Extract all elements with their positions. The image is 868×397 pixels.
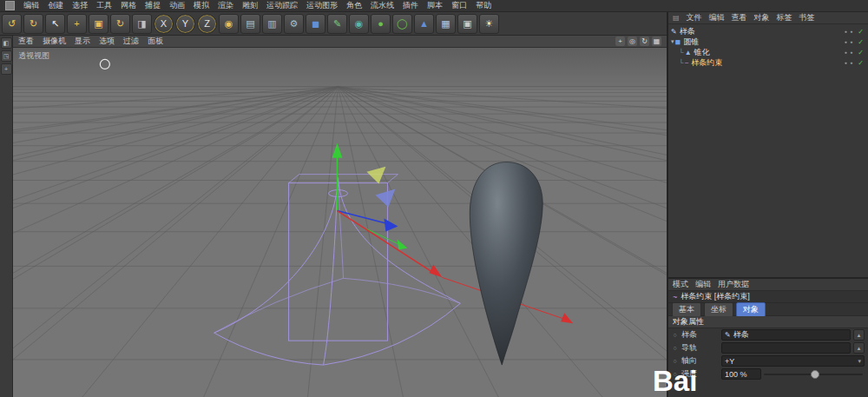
make-editable-icon[interactable]: ◧ [1,37,12,49]
viewport-menu-5[interactable]: 面板 [148,36,163,47]
menu-item-7[interactable]: 模拟 [194,0,209,11]
light-icon[interactable]: ☀ [479,14,499,34]
zoom-view-icon[interactable]: ◎ [628,36,637,46]
om-menu-4[interactable]: 标签 [777,12,792,23]
viewport-menu-2[interactable]: 显示 [75,36,90,47]
keyframe-dot-icon[interactable]: ○ [672,358,678,364]
menu-item-14[interactable]: 插件 [403,0,418,11]
tree-row-2[interactable]: └▲锥化● ●✓ [668,47,868,57]
enabled-check-icon[interactable]: ✓ [858,49,864,56]
link-field[interactable] [721,342,851,354]
scale-tool-icon[interactable]: ▣ [89,14,108,34]
viewport-canvas[interactable]: 透视视图 [13,48,667,397]
rotate-tool-icon[interactable]: ↻ [110,14,130,34]
menu-item-10[interactable]: 运动跟踪 [266,0,298,11]
strength-input[interactable]: 100 % [721,368,761,380]
menu-item-5[interactable]: 捕捉 [145,0,161,11]
viewport-corner-icons: +◎↻▦ [615,36,661,46]
undo-icon[interactable]: ↺ [2,14,22,34]
subdivision-surface-icon[interactable]: ◉ [349,14,369,34]
expander-icon[interactable]: ▾ [671,38,674,45]
menu-item-8[interactable]: 渲染 [218,0,233,11]
menu-item-9[interactable]: 雕刻 [242,0,258,11]
tree-row-1[interactable]: ▾◼圆锥● ●✓ [668,36,868,47]
enabled-check-icon[interactable]: ✓ [858,38,864,46]
object-name[interactable]: 样条约束 [691,57,722,69]
z-axis-lock[interactable]: Z [197,14,217,34]
deformer-icon[interactable]: ▲ [414,14,434,34]
render-settings-icon[interactable]: ⚙ [284,14,304,34]
om-menu-5[interactable]: 书签 [799,12,815,23]
enabled-check-icon[interactable]: ✓ [858,28,864,36]
om-menu-1[interactable]: 编辑 [709,12,725,23]
menu-item-6[interactable]: 动画 [169,0,185,11]
om-menu-0[interactable]: 文件 [687,12,702,23]
live-selection-icon[interactable]: ↖ [45,14,65,34]
am-menu-0[interactable]: 模式 [673,279,688,290]
menu-item-11[interactable]: 运动图形 [306,0,338,11]
om-menu-2[interactable]: 查看 [732,12,747,23]
strength-slider[interactable] [764,369,865,379]
pan-view-icon[interactable]: + [615,36,625,46]
visibility-dots-icon[interactable]: ● ● [845,60,853,65]
menu-item-0[interactable]: 编辑 [23,0,39,11]
mograph-icon[interactable]: ● [371,14,391,34]
viewport-menu-3[interactable]: 选项 [99,36,115,47]
object-manager[interactable]: ✎样条● ●✓▾◼圆锥● ●✓└▲锥化● ●✓└~样条约束● ●✓ [668,24,868,279]
menu-item-16[interactable]: 窗口 [451,0,467,11]
model-mode-icon[interactable]: ◳ [1,50,12,62]
menu-item-12[interactable]: 角色 [346,0,362,11]
tab-对象[interactable]: 对象 [736,302,766,317]
keyframe-dot-icon[interactable]: ○ [672,332,678,338]
axis-mode-icon[interactable]: + [1,63,12,75]
tree-row-0[interactable]: ✎样条● ●✓ [668,26,868,36]
redo-icon[interactable]: ↻ [23,14,43,34]
camera-icon[interactable]: ▣ [457,14,477,34]
floor-icon[interactable]: ▦ [436,14,456,34]
plane-handle-xy[interactable] [366,167,385,184]
tab-坐标[interactable]: 坐标 [704,302,733,317]
menu-item-2[interactable]: 选择 [72,0,88,11]
layout-toggle-icon[interactable]: ▦ [652,36,661,46]
keyframe-dot-icon[interactable]: ○ [672,345,678,351]
visibility-dots-icon[interactable]: ● ● [845,39,853,44]
render-picture-viewer-icon[interactable]: ▥ [262,14,282,34]
simulate-icon[interactable]: ◯ [392,14,412,34]
spline-pen-icon[interactable]: ✎ [327,14,347,34]
y-axis-arrow[interactable] [332,143,343,211]
axis-dropdown[interactable]: +Y▾ [721,355,865,367]
rotate-view-icon[interactable]: ↻ [640,36,649,46]
viewport-menu-0[interactable]: 查看 [18,36,34,47]
move-tool-icon[interactable]: + [67,14,87,34]
menu-item-15[interactable]: 脚本 [427,0,443,11]
horn-mesh-object[interactable] [470,162,542,366]
slider-knob[interactable] [811,370,819,379]
viewport-perspective: 查看摄像机显示选项过滤面板+◎↻▦ [13,36,667,397]
render-view-icon[interactable]: ▤ [240,14,260,34]
am-menu-2[interactable]: 用户数据 [718,279,749,290]
link-picker-icon[interactable]: ▴ [853,342,865,354]
enabled-check-icon[interactable]: ✓ [858,59,864,67]
visibility-dots-icon[interactable]: ● ● [845,29,853,34]
menu-item-3[interactable]: 工具 [96,0,112,11]
om-menu-3[interactable]: 对象 [754,12,770,23]
viewport-menu-4[interactable]: 过滤 [123,36,139,47]
plane-handle-xz[interactable] [375,189,395,208]
y-axis-lock[interactable]: Y [175,14,195,34]
attribute-object-title: ~ 样条约束 [样条约束] [668,291,868,303]
visibility-dots-icon[interactable]: ● ● [845,50,853,55]
x-axis-lock[interactable]: X [154,14,174,34]
menu-item-13[interactable]: 流水线 [371,0,394,11]
coordinate-system-icon[interactable]: ◉ [219,14,239,34]
link-picker-icon[interactable]: ▴ [853,329,865,341]
tree-row-3[interactable]: └~样条约束● ●✓ [668,57,868,68]
am-menu-1[interactable]: 编辑 [695,279,711,290]
link-field[interactable]: ✎样条 [721,329,851,341]
menu-item-1[interactable]: 创建 [48,0,63,11]
menu-item-4[interactable]: 网格 [121,0,136,11]
last-tool-icon[interactable]: ◨ [132,14,152,34]
menu-item-17[interactable]: 帮助 [476,0,491,11]
primitive-cube-icon[interactable]: ◼ [306,14,326,34]
tab-基本[interactable]: 基本 [672,302,701,317]
viewport-menu-1[interactable]: 摄像机 [43,36,66,47]
